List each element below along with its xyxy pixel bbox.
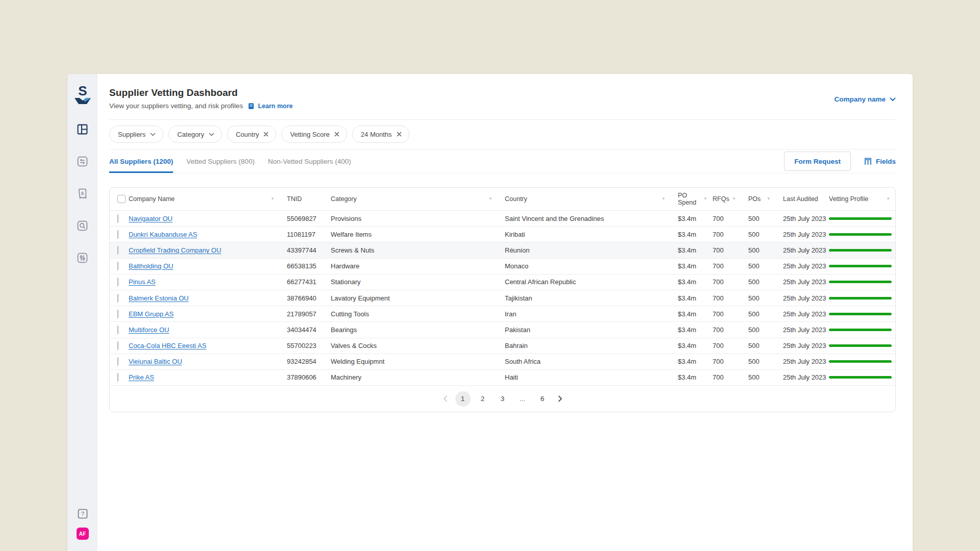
- country-cell: Pakistan: [505, 326, 678, 334]
- vetting-profile-bar: [829, 281, 892, 283]
- pos-cell: 500: [748, 358, 783, 365]
- rfqs-cell: 700: [713, 358, 748, 365]
- column-header-category: Category▼: [331, 195, 505, 203]
- country-cell: Saint Vincent and the Grenadines: [505, 215, 678, 222]
- sort-icon[interactable]: ▼: [767, 197, 771, 201]
- vetting-profile-bar: [829, 313, 892, 315]
- sort-icon[interactable]: ▼: [732, 197, 736, 201]
- tabs-row: All Suppliers (1200)Vetted Suppliers (80…: [109, 149, 896, 173]
- suppliers-table: Company Name▼ TNID Category▼ Country▼ PO…: [109, 187, 896, 412]
- po-spend-cell: $3.4m: [678, 358, 713, 365]
- company-link[interactable]: Dunkri Kaubanduse AS: [129, 231, 197, 238]
- sort-icon[interactable]: ▼: [662, 197, 666, 201]
- chevron-down-icon[interactable]: [209, 133, 214, 136]
- tnid-cell: 66277431: [287, 278, 331, 286]
- row-checkbox[interactable]: [117, 214, 118, 223]
- po-spend-cell: $3.4m: [678, 231, 713, 238]
- company-link[interactable]: Navigaator OU: [129, 215, 173, 222]
- column-header-last-audited: Last Audited: [783, 195, 829, 203]
- table-row: Coca-Cola HBC Eeesti AS 55700223 Valves …: [110, 338, 895, 354]
- company-link[interactable]: Cropfield Trading Company OU: [129, 246, 221, 254]
- close-icon[interactable]: [397, 132, 402, 137]
- company-menu[interactable]: Company name: [834, 95, 896, 103]
- filter-chip[interactable]: 24 Months: [352, 126, 409, 143]
- row-checkbox[interactable]: [117, 357, 118, 366]
- row-checkbox[interactable]: [117, 262, 118, 270]
- row-checkbox[interactable]: [117, 310, 118, 318]
- sort-icon[interactable]: ▼: [886, 197, 890, 201]
- sidebar-item-adjustments[interactable]: [77, 252, 89, 264]
- page-numbers: 123...6: [455, 391, 550, 407]
- row-checkbox[interactable]: [117, 278, 118, 286]
- svg-text:?: ?: [81, 511, 84, 517]
- column-header-po-spend: PO Spend▼: [678, 192, 713, 206]
- filter-chip[interactable]: Category: [168, 126, 222, 143]
- rfqs-cell: 700: [713, 278, 748, 286]
- vetting-profile-bar: [829, 297, 892, 299]
- company-link[interactable]: Prike AS: [129, 373, 154, 381]
- fields-button[interactable]: Fields: [864, 158, 896, 165]
- previous-page-button[interactable]: [440, 395, 451, 402]
- rfqs-cell: 700: [713, 215, 748, 222]
- row-checkbox[interactable]: [117, 341, 118, 350]
- filter-chip[interactable]: Vetting Score: [281, 126, 347, 143]
- tab[interactable]: All Suppliers (1200): [109, 149, 173, 173]
- category-cell: Stationary: [331, 278, 505, 286]
- rfqs-cell: 700: [713, 262, 748, 270]
- sort-icon[interactable]: ▼: [488, 197, 493, 201]
- last-audited-cell: 25th July 2023: [783, 326, 829, 334]
- form-request-button[interactable]: Form Request: [784, 152, 851, 171]
- company-link[interactable]: Coca-Cola HBC Eeesti AS: [129, 342, 206, 349]
- pos-cell: 500: [748, 326, 783, 334]
- filter-chip[interactable]: Suppliers: [109, 126, 163, 143]
- company-link[interactable]: EBM Grupp AS: [129, 310, 174, 318]
- tab[interactable]: Vetted Suppliers (800): [186, 149, 255, 173]
- column-header-country: Country▼: [505, 195, 678, 203]
- learn-more-link[interactable]: Learn more: [248, 103, 292, 110]
- page-number[interactable]: 3: [495, 391, 510, 407]
- row-checkbox[interactable]: [117, 230, 118, 239]
- company-link[interactable]: Baltholding OU: [129, 262, 173, 270]
- sort-icon[interactable]: ▼: [271, 197, 275, 201]
- po-spend-cell: $3.4m: [678, 262, 713, 270]
- row-checkbox[interactable]: [117, 246, 118, 255]
- filter-chip[interactable]: Country: [227, 126, 277, 143]
- tab[interactable]: Non-Vetted Suppliers (400): [268, 149, 351, 173]
- row-checkbox[interactable]: [117, 325, 118, 334]
- sidebar-item-spend[interactable]: $: [77, 187, 89, 199]
- company-link[interactable]: Balmerk Estonia OU: [129, 294, 189, 302]
- row-checkbox[interactable]: [117, 294, 118, 303]
- filter-chip-label: Country: [236, 131, 259, 138]
- pos-cell: 500: [748, 342, 783, 349]
- country-cell: Iran: [505, 310, 678, 318]
- category-cell: Welfare Items: [331, 231, 505, 238]
- sidebar-item-search[interactable]: [77, 219, 89, 232]
- close-icon[interactable]: [334, 132, 339, 137]
- user-avatar[interactable]: AF: [77, 528, 89, 540]
- company-link[interactable]: Vieiunai Baltic OU: [129, 358, 182, 365]
- column-header-company-name: Company Name▼: [129, 195, 287, 203]
- pagination: 123...6: [110, 386, 895, 412]
- main-content: Supplier Vetting Dashboard View your sup…: [97, 74, 913, 551]
- help-button[interactable]: ?: [77, 508, 88, 519]
- select-all-checkbox[interactable]: [117, 195, 126, 203]
- sort-icon[interactable]: ▼: [703, 197, 707, 201]
- sidebar-item-transactions[interactable]: [77, 155, 89, 167]
- category-cell: Provisions: [331, 215, 505, 222]
- app-window: S $: [67, 74, 913, 551]
- company-link[interactable]: Pinus AS: [129, 278, 156, 286]
- next-page-button[interactable]: [555, 395, 566, 402]
- last-audited-cell: 25th July 2023: [783, 246, 829, 254]
- chevron-down-icon[interactable]: [150, 133, 156, 136]
- last-audited-cell: 25th July 2023: [783, 231, 829, 238]
- table-row: Dunkri Kaubanduse AS 11081197 Welfare It…: [110, 227, 895, 242]
- page-number[interactable]: 6: [535, 391, 550, 407]
- row-checkbox[interactable]: [117, 373, 118, 382]
- close-icon[interactable]: [263, 132, 268, 137]
- sidebar-item-dashboard[interactable]: [77, 123, 89, 135]
- page-number[interactable]: 1: [455, 391, 471, 407]
- table-row: Cropfield Trading Company OU 43397744 Sc…: [110, 242, 895, 258]
- company-link[interactable]: Multiforce OU: [129, 326, 169, 334]
- po-spend-cell: $3.4m: [678, 278, 713, 286]
- page-number[interactable]: 2: [475, 391, 491, 407]
